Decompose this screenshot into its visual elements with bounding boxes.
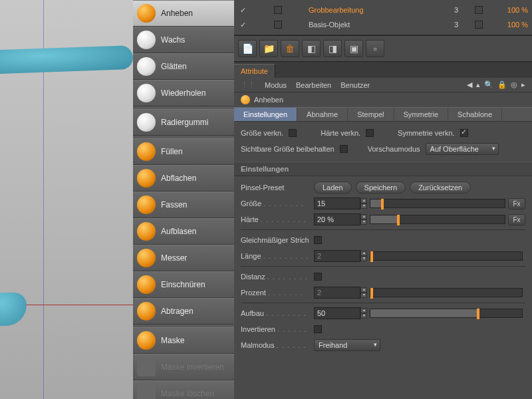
checkbox-sichtbare-groesse[interactable] [340, 145, 348, 153]
slider-aufbau[interactable] [370, 309, 523, 318]
input-prozent[interactable] [314, 287, 360, 299]
input-haerte[interactable] [314, 213, 360, 225]
more-icon[interactable]: ▸ [521, 80, 525, 89]
tool-icon [137, 358, 156, 376]
tool-glätten[interactable]: Glätten [133, 53, 234, 80]
target-icon[interactable]: ◎ [511, 80, 517, 89]
checkbox-symmetrie-verkn[interactable] [460, 129, 468, 137]
nav-up-icon[interactable]: ▴ [476, 80, 480, 89]
layer-action-icon[interactable]: ◧ [302, 40, 321, 57]
fx-button[interactable]: Fx [508, 214, 525, 225]
tool-wachs[interactable]: Wachs [133, 27, 234, 53]
tool-anheben[interactable]: Anheben [133, 0, 234, 27]
tool-label: Abtragen [161, 307, 194, 316]
mesh-object[interactable] [0, 45, 134, 74]
dropdown-malmodus[interactable]: Freihand [314, 339, 380, 351]
label-groesse-verkn: Größe verkn. [241, 129, 283, 137]
tool-icon [137, 384, 156, 399]
tool-einschnüren[interactable]: Einschnüren [133, 271, 234, 298]
layer-row[interactable]: ✓Basis-Objekt3100 % [238, 17, 528, 32]
spinner-laenge[interactable]: ▴▾ [360, 251, 367, 261]
nav-back-icon[interactable]: ◀ [467, 80, 472, 89]
tool-radiergummi[interactable]: Radiergummi [133, 109, 234, 136]
tool-icon [137, 142, 156, 161]
input-laenge[interactable] [314, 250, 360, 262]
subtab-symmetrie[interactable]: Symmetrie [394, 108, 449, 121]
input-aufbau[interactable] [314, 307, 360, 319]
folder-icon[interactable]: 📁 [259, 40, 278, 57]
subtab-stempel[interactable]: Stempel [348, 108, 394, 121]
tool-label: Abflachen [161, 174, 196, 183]
tool-label: Füllen [161, 147, 183, 156]
menu-benutzer[interactable]: Benutzer [340, 81, 370, 89]
slider-prozent[interactable] [370, 288, 523, 297]
spinner-aufbau[interactable]: ▴▾ [360, 308, 367, 319]
tool-messer[interactable]: Messer [133, 245, 234, 271]
checkbox-invertieren[interactable] [314, 325, 322, 333]
layer-action-icon[interactable]: ▣ [344, 40, 363, 57]
tool-label: Maske [161, 336, 184, 345]
mesh-object[interactable] [0, 293, 27, 326]
label-prozent: Prozent . . . . . . . [241, 289, 314, 297]
tool-fassen[interactable]: Fassen [133, 192, 234, 218]
lock-icon[interactable]: 🔒 [497, 80, 507, 89]
checkbox-distanz[interactable] [314, 273, 322, 281]
visibility-checkbox[interactable]: ✓ [238, 21, 247, 29]
spinner-haerte[interactable]: ▴▾ [360, 214, 367, 225]
tool-label: Radiergummi [161, 118, 208, 127]
layer-action-icon[interactable]: ◨ [323, 40, 342, 57]
layer-level: 3 [443, 21, 469, 29]
layer-strength: 100 % [488, 6, 528, 14]
laden-button[interactable]: Laden [314, 182, 352, 194]
tool-icon [241, 95, 250, 104]
viewport-3d[interactable] [0, 0, 133, 399]
slider-laenge[interactable] [370, 251, 523, 261]
tool-abtragen[interactable]: Abtragen [133, 298, 234, 325]
label-laenge: Länge . . . . . . . . . [241, 252, 314, 260]
menu-modus[interactable]: Modus [265, 81, 287, 89]
delete-icon[interactable]: 🗑 [281, 40, 299, 57]
label-aufbau: Aufbau . . . . . . . . [241, 309, 314, 317]
tool-name-label: Anheben [254, 96, 283, 104]
slider-haerte[interactable] [370, 215, 505, 224]
tab-attribute[interactable]: Attribute [234, 64, 275, 78]
fx-button[interactable]: Fx [508, 198, 525, 209]
subtab-einstellungen[interactable]: Einstellungen [234, 108, 297, 121]
menu-bearbeiten[interactable]: Bearbeiten [296, 81, 331, 89]
subtab-abnahme[interactable]: Abnahme [297, 108, 348, 121]
label-malmodus: Malmodus . . . . . . [241, 341, 314, 349]
search-icon[interactable]: 🔍 [484, 80, 493, 89]
zuruecksetzen-button[interactable]: Zurücksetzen [410, 182, 471, 194]
tool-füllen[interactable]: Füllen [133, 138, 234, 165]
spinner-groesse[interactable]: ▴▾ [360, 198, 367, 209]
add-layer-icon[interactable]: 📄 [238, 40, 257, 57]
speichern-button[interactable]: Speichern [356, 182, 406, 194]
tool-wiederholen[interactable]: Wiederholen [133, 80, 234, 106]
label-haerte: Härte . . . . . . . . . [241, 215, 314, 223]
layer-checkbox[interactable] [274, 21, 282, 29]
checkbox-strich[interactable] [314, 236, 322, 244]
tool-maske-löschen[interactable]: Maske löschen [133, 380, 234, 399]
layer-row[interactable]: ✓Grobbearbeitung3100 % [238, 3, 528, 17]
input-groesse[interactable] [314, 198, 360, 209]
subtab-schablone[interactable]: Schablone [448, 108, 502, 121]
visibility-checkbox[interactable]: ✓ [238, 6, 247, 15]
checkbox-groesse-verkn[interactable] [289, 129, 297, 137]
tool-label: Maske invertieren [161, 362, 224, 372]
tool-maske[interactable]: Maske [133, 327, 234, 354]
spinner-prozent[interactable]: ▴▾ [360, 287, 367, 298]
slider-groesse[interactable] [370, 199, 505, 208]
tool-icon [137, 196, 156, 214]
layer-checkbox[interactable] [274, 6, 282, 14]
tool-maske-invertieren[interactable]: Maske invertieren [133, 354, 234, 380]
layer-checkbox[interactable] [475, 21, 483, 29]
dropdown-vorschaumodus[interactable]: Auf Oberfläche [426, 143, 499, 155]
tool-icon [137, 4, 156, 23]
tool-aufblasen[interactable]: Aufblasen [133, 218, 234, 245]
tool-label: Anheben [161, 9, 193, 18]
checkbox-haerte-verkn[interactable] [366, 129, 374, 137]
tool-icon [137, 302, 156, 321]
layer-action-icon[interactable]: ▫ [366, 40, 384, 57]
layer-checkbox[interactable] [475, 6, 483, 14]
tool-abflachen[interactable]: Abflachen [133, 165, 234, 192]
